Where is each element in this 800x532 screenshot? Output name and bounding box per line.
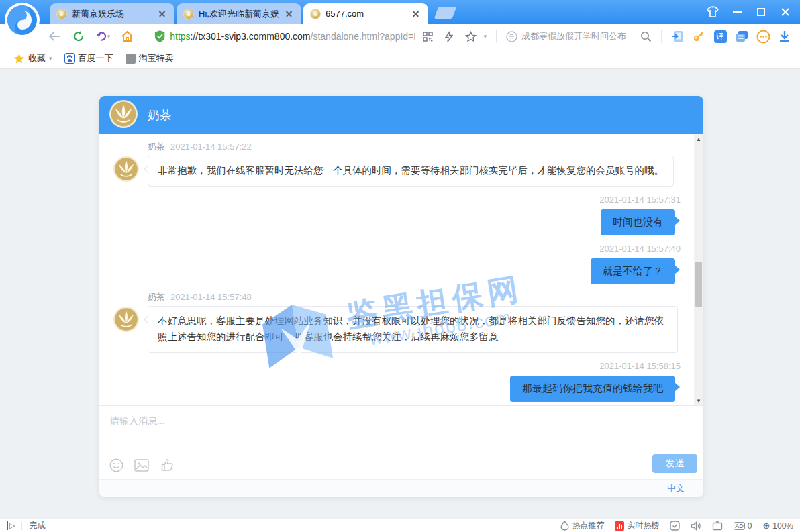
search-box[interactable]: 成都寒假放假开学时间公布: [503, 27, 654, 46]
caret-down-icon: ▾: [107, 33, 111, 40]
sogou-search-logo-icon: [506, 31, 517, 42]
tab-xpj-casino[interactable]: ♛ 新葡京娱乐场: [50, 3, 174, 24]
agent-avatar: [109, 99, 138, 131]
url-text: https://tx301-svip3.comm800.com/standalo…: [170, 31, 415, 42]
zoom-plus-icon: ⊕: [762, 521, 770, 531]
user-message: 2021-01-14 15:58:15 那最起码你把我充值的钱给我吧: [113, 358, 681, 402]
caret-down-icon: ▾: [49, 55, 52, 62]
page-content: 奶茶 奶茶2021-01-14 15:57:22 非常抱歉，我们在线客服暂时无法…: [0, 69, 800, 519]
language-switch-link[interactable]: 中文: [667, 482, 685, 494]
collection-panel-icon[interactable]: [733, 28, 750, 45]
screenshot-button[interactable]: [712, 521, 723, 531]
tab-6577[interactable]: ♛ 6577.com: [303, 3, 428, 24]
agent-message: 奶茶2021-01-14 15:57:48 不好意思呢，客服主要是处理网站业务知…: [113, 291, 681, 353]
scroll-down-icon[interactable]: ▼: [694, 396, 703, 405]
bookmark-baidu[interactable]: 百度一下: [62, 51, 116, 66]
browser-toolbar: ▾ https://tx301-svip3.comm800.com/standa…: [0, 24, 800, 48]
tab-title: Hi,欢迎光临新葡京娱樂场: [199, 8, 279, 20]
undo-history-icon[interactable]: ▾: [93, 27, 113, 46]
image-upload-icon[interactable]: [134, 458, 149, 472]
speaker-icon: [691, 521, 701, 531]
skin-theme-icon[interactable]: [703, 3, 722, 21]
minimize-button[interactable]: [728, 3, 746, 21]
page-check-button[interactable]: [670, 521, 680, 531]
address-dropdown-icon[interactable]: ▾: [483, 33, 487, 40]
status-bar: ▷ 完成 热点推荐 实时热榜 AD 0 ⊕ 100%: [0, 519, 800, 532]
scrollbar-thumb[interactable]: [695, 262, 702, 307]
gold-crown-favicon: ♛: [310, 9, 321, 19]
message-bubble: 那最起码你把我充值的钱给我吧: [510, 376, 675, 402]
message-list: 奶茶2021-01-14 15:57:22 非常抱歉，我们在线客服暂时无法给您一…: [99, 134, 694, 405]
favorites-label: 收藏: [28, 52, 46, 64]
security-shield-icon: [154, 30, 166, 43]
message-bubble: 就是不给了？: [591, 258, 675, 284]
message-bubble: 不好意思呢，客服主要是处理网站业务知识，并没有权限可以处理您的状况，都是将相关部…: [148, 306, 678, 353]
message-input[interactable]: [99, 406, 703, 447]
ad-badge-icon: AD: [734, 522, 745, 530]
bookmark-label: 百度一下: [79, 52, 113, 64]
qr-code-icon[interactable]: [419, 28, 436, 45]
chat-footer: 中文: [99, 479, 703, 497]
more-menu-icon[interactable]: [754, 28, 772, 45]
password-key-icon[interactable]: [690, 28, 707, 45]
bookmarks-bar: 收藏 ▾ 百度一下 淘宝特卖: [0, 48, 800, 69]
list-doc-icon: [126, 54, 136, 64]
tab-welcome[interactable]: ♛ Hi,欢迎光临新葡京娱樂场: [177, 3, 301, 24]
gold-crown-favicon: ♛: [183, 9, 194, 19]
tab-title: 新葡京娱乐场: [72, 8, 152, 20]
refresh-icon[interactable]: [68, 27, 89, 46]
capture-icon: [712, 521, 723, 531]
thumbs-up-icon[interactable]: [160, 458, 174, 472]
search-suggestion-text: 成都寒假放假开学时间公布: [521, 30, 636, 42]
home-icon[interactable]: [117, 27, 137, 46]
chat-input-area: 发送: [99, 405, 703, 479]
baidu-paw-icon: [64, 53, 75, 64]
favorites-menu[interactable]: 收藏 ▾: [11, 51, 55, 66]
chat-scrollbar[interactable]: ▲ ▼: [694, 134, 703, 405]
agent-avatar: [113, 156, 140, 185]
hot-chart-icon: [615, 521, 624, 531]
close-button[interactable]: [776, 3, 795, 21]
agent-msg-name: 奶茶: [148, 292, 165, 302]
user-message: 2021-01-14 15:57:31 时间也没有: [113, 192, 681, 235]
lightning-accelerate-icon[interactable]: [440, 28, 458, 45]
user-message: 2021-01-14 15:57:40 就是不给了？: [113, 241, 681, 284]
maximize-button[interactable]: [752, 3, 770, 21]
bookmark-label: 淘宝特卖: [139, 52, 174, 64]
favorites-star-icon: [13, 53, 25, 64]
bookmark-star-icon[interactable]: [462, 28, 479, 45]
new-tab-button[interactable]: [434, 7, 457, 19]
tab-close-icon[interactable]: [157, 9, 168, 19]
emoji-icon[interactable]: [109, 458, 123, 472]
message-bubble: 非常抱歉，我们在线客服暂时无法给您一个具体的时间，需要等待相关部门核实完毕后，才…: [148, 156, 674, 187]
agent-avatar: [113, 306, 140, 335]
zoom-control[interactable]: ⊕ 100%: [762, 521, 793, 531]
check-circle-icon: [670, 521, 680, 531]
back-icon[interactable]: [44, 27, 64, 46]
message-bubble: 时间也没有: [601, 209, 675, 235]
flame-icon: [560, 521, 569, 531]
tab-close-icon[interactable]: [411, 9, 421, 19]
hot-recommend-button[interactable]: 热点推荐: [560, 520, 604, 531]
message-timestamp: 2021-01-14 15:57:48: [170, 292, 252, 302]
agent-name: 奶茶: [148, 107, 172, 123]
chat-header: 奶茶: [99, 96, 703, 134]
agent-msg-name: 奶茶: [148, 142, 165, 152]
send-to-phone-icon[interactable]: [668, 28, 686, 45]
realtime-hot-button[interactable]: 实时热榜: [615, 520, 659, 531]
tab-close-icon[interactable]: [284, 9, 295, 19]
mute-page-button[interactable]: [691, 521, 701, 531]
browser-titlebar: ♛ 新葡京娱乐场 ♛ Hi,欢迎光临新葡京娱樂场 ♛ 6577.com: [0, 0, 800, 24]
download-manager-icon[interactable]: [776, 28, 793, 45]
address-bar[interactable]: https://tx301-svip3.comm800.com/standalo…: [151, 27, 489, 46]
translate-icon[interactable]: 译: [711, 28, 729, 45]
page-media-icon[interactable]: ▷: [7, 521, 15, 530]
chat-widget: 奶茶 奶茶2021-01-14 15:57:22 非常抱歉，我们在线客服暂时无法…: [99, 96, 703, 497]
send-button[interactable]: 发送: [652, 454, 697, 473]
scroll-up-icon[interactable]: ▲: [694, 134, 703, 144]
bookmark-taobao[interactable]: 淘宝特卖: [123, 51, 177, 66]
sogou-browser-logo[interactable]: [4, 2, 40, 38]
gold-crown-favicon: ♛: [56, 9, 67, 19]
search-magnifier-icon[interactable]: [640, 31, 652, 42]
ad-block-counter[interactable]: AD 0: [734, 521, 752, 531]
